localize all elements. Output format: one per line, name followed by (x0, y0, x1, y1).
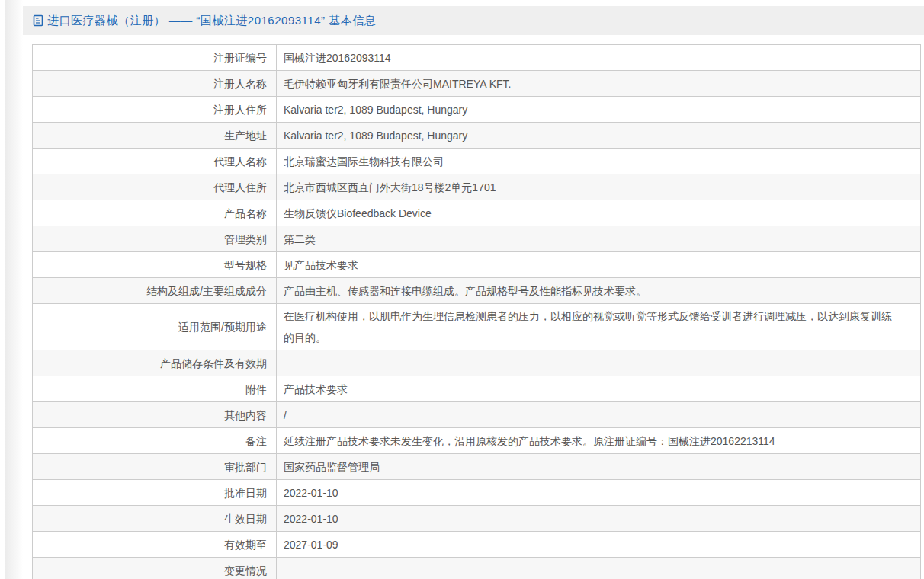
row-value: 延续注册产品技术要求未发生变化，沿用原核发的产品技术要求。原注册证编号：国械注进… (277, 428, 920, 453)
table-row-agent-name: 代理人名称 北京瑞蜜达国际生物科技有限公司 (33, 149, 920, 174)
row-value: 第二类 (277, 226, 920, 251)
row-label: 代理人住所 (33, 174, 277, 200)
table-row-model-spec: 型号规格 见产品技术要求 (33, 252, 920, 278)
row-value (277, 350, 920, 376)
row-label: 审批部门 (33, 454, 277, 479)
row-value: 产品由主机、传感器和连接电缆组成。产品规格型号及性能指标见技术要求。 (277, 278, 920, 303)
row-value: / (277, 402, 920, 427)
page: 进口医疗器械（注册） —— “国械注进20162093114” 基本信息 注册证… (0, 0, 924, 579)
row-value: 2027-01-09 (277, 532, 920, 557)
table-row-storage-conditions: 产品储存条件及有效期 (33, 350, 920, 376)
row-label: 注册人住所 (33, 97, 277, 122)
table-row-other-content: 其他内容 / (33, 402, 920, 428)
row-value: 2022-01-10 (277, 506, 920, 531)
row-value: 毛伊特赖亚匈牙利有限责任公司MAITREYA KFT. (277, 71, 920, 96)
table-row-registrant-name: 注册人名称 毛伊特赖亚匈牙利有限责任公司MAITREYA KFT. (33, 71, 920, 97)
row-label: 注册人名称 (33, 71, 277, 96)
row-value: Kalvaria ter2, 1089 Budapest, Hungary (277, 97, 920, 122)
table-row-agent-address: 代理人住所 北京市西城区西直门外大街18号楼2单元1701 (33, 174, 920, 200)
table-row-production-address: 生产地址 Kalvaria ter2, 1089 Budapest, Hunga… (33, 123, 920, 149)
document-icon (33, 14, 43, 27)
row-value: 北京瑞蜜达国际生物科技有限公司 (277, 149, 920, 174)
table-row-approval-department: 审批部门 国家药品监督管理局 (33, 454, 920, 480)
table-row-management-class: 管理类别 第二类 (33, 226, 920, 252)
table-row-registrant-address: 注册人住所 Kalvaria ter2, 1089 Budapest, Hung… (33, 97, 920, 123)
row-label: 适用范围/预期用途 (33, 304, 277, 350)
table-row-product-name: 产品名称 生物反馈仪Biofeedback Device (33, 200, 920, 226)
row-value: 在医疗机构使用，以肌电作为生理信息检测患者的压力，以相应的视觉或听觉等形式反馈给… (277, 304, 920, 350)
table-row-effective-date: 生效日期 2022-01-10 (33, 506, 920, 532)
row-value: 2022-01-10 (277, 480, 920, 505)
row-label: 备注 (33, 428, 277, 453)
row-label: 批准日期 (33, 480, 277, 505)
row-label: 生产地址 (33, 123, 277, 148)
row-label: 产品储存条件及有效期 (33, 350, 277, 376)
row-label: 变更情况 (33, 558, 277, 579)
row-value: Kalvaria ter2, 1089 Budapest, Hungary (277, 123, 920, 148)
row-label: 产品名称 (33, 200, 277, 226)
row-value: 见产品技术要求 (277, 252, 920, 277)
row-value: 国家药品监督管理局 (277, 454, 920, 479)
row-label: 结构及组成/主要组成成分 (33, 278, 277, 303)
page-edge-shadow (5, 0, 23, 579)
row-label: 注册证编号 (33, 45, 277, 70)
row-label: 生效日期 (33, 506, 277, 531)
row-label: 有效期至 (33, 532, 277, 557)
row-value: 产品技术要求 (277, 376, 920, 401)
row-value (277, 558, 920, 579)
table-row-structure-composition: 结构及组成/主要组成成分 产品由主机、传感器和连接电缆组成。产品规格型号及性能指… (33, 278, 920, 304)
table-row-remarks: 备注 延续注册产品技术要求未发生变化，沿用原核发的产品技术要求。原注册证编号：国… (33, 428, 920, 454)
row-label: 管理类别 (33, 226, 277, 251)
row-label: 代理人名称 (33, 149, 277, 174)
row-value: 生物反馈仪Biofeedback Device (277, 200, 920, 226)
page-header: 进口医疗器械（注册） —— “国械注进20162093114” 基本信息 (23, 6, 924, 35)
registration-info-table: 注册证编号 国械注进20162093114 注册人名称 毛伊特赖亚匈牙利有限责任… (32, 44, 921, 579)
table-row-expiry-date: 有效期至 2027-01-09 (33, 532, 920, 558)
row-label: 型号规格 (33, 252, 277, 277)
row-label: 其他内容 (33, 402, 277, 427)
table-row-attachment: 附件 产品技术要求 (33, 376, 920, 402)
row-value: 北京市西城区西直门外大街18号楼2单元1701 (277, 174, 920, 200)
page-title: 进口医疗器械（注册） —— “国械注进20162093114” 基本信息 (47, 14, 376, 28)
table-row-change-status: 变更情况 (33, 558, 920, 579)
table-row-approval-date: 批准日期 2022-01-10 (33, 480, 920, 506)
row-value: 国械注进20162093114 (277, 45, 920, 70)
table-row-intended-use: 适用范围/预期用途 在医疗机构使用，以肌电作为生理信息检测患者的压力，以相应的视… (33, 304, 920, 350)
row-label: 附件 (33, 376, 277, 401)
table-row-registration-number: 注册证编号 国械注进20162093114 (33, 45, 920, 71)
